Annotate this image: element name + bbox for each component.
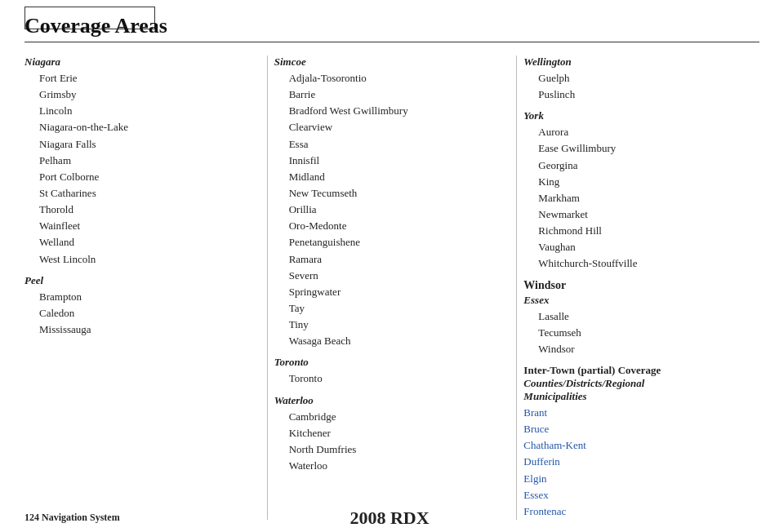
list-item: Vaughan <box>538 239 751 255</box>
list-item: Lasalle <box>538 308 751 325</box>
simcoe-cities: Adjala-Tosorontio Barrie Bradford West G… <box>289 70 502 349</box>
list-item: Ramara <box>289 251 502 268</box>
list-item: Guelph <box>538 70 751 86</box>
column-1: Niagara Fort Erie Grimsby Lincoln Niagar… <box>24 55 260 520</box>
list-item: Markham <box>538 190 751 206</box>
list-item: Tay <box>289 300 502 317</box>
link-chatham-kent[interactable]: Chatham-Kent <box>523 437 751 454</box>
list-item: Wainfleet <box>39 218 252 234</box>
link-brant[interactable]: Brant <box>523 405 751 421</box>
list-item: New Tecumseth <box>289 185 502 202</box>
list-item: Grimsby <box>39 86 252 103</box>
list-item: Cambridge <box>289 409 502 425</box>
wellington-cities: Guelph Puslinch <box>538 70 751 103</box>
list-item: Orillia <box>289 202 502 218</box>
list-item: Puslinch <box>538 86 751 103</box>
list-item: Port Colborne <box>39 169 252 185</box>
list-item: Waterloo <box>289 458 502 474</box>
inter-town-bold: Inter-Town (partial) Coverage <box>523 364 751 377</box>
list-item: Wasaga Beach <box>289 333 502 349</box>
list-item: Niagara-on-the-Lake <box>39 119 252 135</box>
waterloo-cities: Cambridge Kitchener North Dumfries Water… <box>289 409 502 475</box>
region-toronto-title: Toronto <box>274 356 502 369</box>
list-item: Lincoln <box>39 103 252 119</box>
list-item: Oro-Medonte <box>289 218 502 234</box>
link-dufferin[interactable]: Dufferin <box>523 454 751 470</box>
list-item: Barrie <box>289 86 502 103</box>
list-item: Penetanguishene <box>289 234 502 250</box>
list-item: Adjala-Tosorontio <box>289 70 502 86</box>
list-item: Midland <box>289 169 502 185</box>
list-item: Welland <box>39 234 252 250</box>
list-item: Toronto <box>289 370 502 387</box>
page-header: Coverage Areas <box>24 15 759 42</box>
footer-model: 2008 RDX <box>349 508 429 529</box>
page-title: Coverage Areas <box>24 15 759 38</box>
footer: 124 Navigation System 2008 RDX <box>24 512 755 524</box>
list-item: Georgina <box>538 157 751 174</box>
list-item: King <box>538 174 751 190</box>
divider-2 <box>516 55 517 520</box>
list-item: Brampton <box>39 289 252 305</box>
niagara-cities: Fort Erie Grimsby Lincoln Niagara-on-the… <box>39 70 252 268</box>
list-item: Richmond Hill <box>538 223 751 239</box>
list-item: Thorold <box>39 202 252 218</box>
list-item: Fort Erie <box>39 70 252 86</box>
windsor-heading: Windsor <box>523 279 751 292</box>
header-rule <box>24 42 759 42</box>
region-simcoe-title: Simcoe <box>274 55 502 69</box>
list-item: Mississauga <box>39 321 252 338</box>
region-york-title: York <box>523 109 751 122</box>
list-item: Caledon <box>39 305 252 321</box>
content-area: Niagara Fort Erie Grimsby Lincoln Niagar… <box>24 55 759 520</box>
inter-town-italic-2: Municipalities <box>523 390 751 403</box>
list-item: Essa <box>289 136 502 153</box>
region-waterloo-title: Waterloo <box>274 394 502 407</box>
list-item: West Lincoln <box>39 251 252 268</box>
list-item: Niagara Falls <box>39 136 252 153</box>
toronto-cities: Toronto <box>289 370 502 387</box>
inter-town-italic-1: Counties/Districts/Regional <box>523 377 751 390</box>
list-item: Whitchurch-Stouffville <box>538 255 751 272</box>
list-item: Tiny <box>289 317 502 333</box>
link-bruce[interactable]: Bruce <box>523 421 751 437</box>
column-3: Wellington Guelph Puslinch York Aurora E… <box>523 55 759 520</box>
list-item: Bradford West Gwillimbury <box>289 103 502 119</box>
list-item: Springwater <box>289 284 502 300</box>
list-item: Severn <box>289 268 502 284</box>
list-item: Kitchener <box>289 425 502 441</box>
list-item: St Catharines <box>39 185 252 202</box>
list-item: Tecumseh <box>538 325 751 341</box>
divider-1 <box>267 55 268 520</box>
footer-page-number: 124 Navigation System <box>24 512 120 524</box>
list-item: Aurora <box>538 124 751 140</box>
essex-cities: Lasalle Tecumseh Windsor <box>538 308 751 357</box>
region-essex-title: Essex <box>523 294 751 307</box>
list-item: Newmarket <box>538 206 751 223</box>
link-essex[interactable]: Essex <box>523 487 751 503</box>
region-wellington-title: Wellington <box>523 55 751 69</box>
list-item: Windsor <box>538 341 751 357</box>
region-peel-title: Peel <box>24 274 252 287</box>
list-item: Ease Gwillimbury <box>538 140 751 157</box>
list-item: Pelham <box>39 153 252 169</box>
peel-cities: Brampton Caledon Mississauga <box>39 289 252 338</box>
region-niagara-title: Niagara <box>24 55 252 69</box>
link-elgin[interactable]: Elgin <box>523 471 751 487</box>
list-item: North Dumfries <box>289 441 502 458</box>
list-item: Innisfil <box>289 153 502 169</box>
list-item: Clearview <box>289 119 502 135</box>
inter-town-links: Brant Bruce Chatham-Kent Dufferin Elgin … <box>523 405 751 520</box>
column-2: Simcoe Adjala-Tosorontio Barrie Bradford… <box>274 55 510 520</box>
york-cities: Aurora Ease Gwillimbury Georgina King Ma… <box>538 124 751 272</box>
